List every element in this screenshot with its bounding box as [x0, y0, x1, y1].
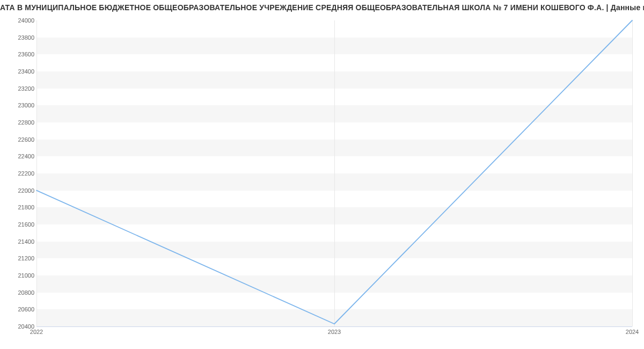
y-tick-label: 23400	[18, 68, 34, 75]
y-tick-label: 21200	[18, 255, 34, 261]
series-line	[36, 20, 632, 324]
y-tick-label: 21400	[18, 238, 34, 245]
y-tick-label: 23600	[18, 51, 34, 57]
y-tick-label: 24000	[18, 17, 34, 24]
x-grid-line	[632, 20, 633, 326]
x-tick-label: 2024	[626, 329, 639, 335]
chart-title: АТА В МУНИЦИПАЛЬНОЕ БЮДЖЕТНОЕ ОБЩЕОБРАЗО…	[0, 3, 644, 12]
y-tick-label: 23200	[18, 85, 34, 92]
y-tick-label: 21800	[18, 204, 34, 210]
y-tick-label: 22600	[18, 136, 34, 143]
y-tick-label: 21600	[18, 221, 34, 228]
y-tick-label: 21000	[18, 272, 34, 279]
y-tick-label: 22800	[18, 119, 34, 126]
y-tick-label: 20600	[18, 306, 34, 312]
y-tick-label: 20800	[18, 289, 34, 296]
y-tick-label: 22400	[18, 153, 34, 159]
x-tick-label: 2023	[328, 329, 341, 335]
x-axis-line	[36, 326, 632, 327]
line-svg	[36, 20, 632, 326]
x-tick-label: 2022	[30, 329, 43, 335]
chart-container: АТА В МУНИЦИПАЛЬНОЕ БЮДЖЕТНОЕ ОБЩЕОБРАЗО…	[0, 0, 644, 349]
y-tick-label: 22000	[18, 187, 34, 194]
y-tick-label: 22200	[18, 170, 34, 177]
y-tick-label: 23000	[18, 102, 34, 108]
plot-area	[36, 20, 632, 326]
y-tick-label: 23800	[18, 34, 34, 41]
